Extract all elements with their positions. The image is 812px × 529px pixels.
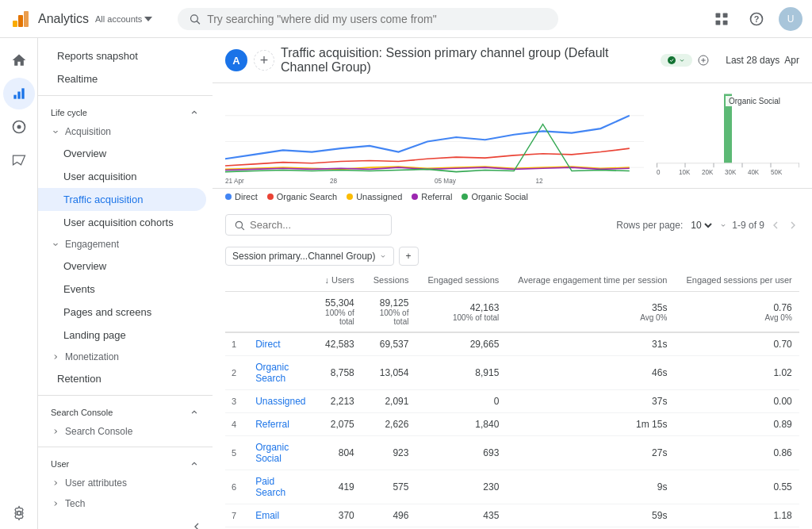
search-input[interactable] (207, 13, 547, 25)
lifecycle-section-label[interactable]: Life cycle (38, 101, 213, 121)
title-actions (661, 54, 710, 67)
legend-label-direct: Direct (235, 192, 258, 201)
help-icon: ? (749, 11, 764, 27)
sidebar-item-events[interactable]: Events (38, 278, 213, 301)
table-search-input[interactable] (250, 219, 383, 231)
arrow-right-tech-icon (51, 499, 60, 508)
sidebar-user-attributes-group[interactable]: User attributes (38, 473, 213, 493)
line-chart: 21 Apr 28 05 May 12 (225, 90, 644, 185)
table-search-box[interactable] (225, 214, 392, 236)
sidebar-search-console-group[interactable]: Search Console (38, 421, 213, 442)
row-num-6: 6 (225, 470, 246, 504)
next-page-icon[interactable] (787, 219, 799, 232)
col-header-avg-engagement[interactable]: Average engagement time per session (508, 269, 676, 292)
rows-per-page-select[interactable]: 10 25 50 (688, 219, 714, 232)
global-search-bar[interactable] (178, 8, 558, 30)
sidebar-tech-group[interactable]: Tech (38, 493, 213, 514)
sidebar-item-realtime[interactable]: Realtime (38, 67, 213, 90)
nav-reports-button[interactable] (3, 78, 35, 109)
nav-settings-button[interactable] (3, 497, 35, 529)
row-channel-6[interactable]: Paid Search (246, 470, 315, 504)
nav-advertising-button[interactable] (3, 144, 35, 176)
svg-text:05 May: 05 May (435, 176, 456, 185)
row-channel-3[interactable]: Unassigned (246, 390, 315, 413)
nav-home-button[interactable] (3, 44, 35, 76)
date-range-suffix: Apr (784, 55, 799, 66)
row-channel-4[interactable]: Referral (246, 413, 315, 436)
sidebar-item-reports-snapshot[interactable]: Reports snapshot (38, 44, 213, 67)
table-toolbar: Rows per page: 10 25 50 1-9 of 9 (225, 208, 799, 242)
svg-rect-6 (723, 13, 728, 17)
total-users-pct: 100% of total (325, 309, 354, 326)
sidebar-item-user-acquisition[interactable]: User acquisition (38, 165, 213, 188)
sidebar-item-pages-screens[interactable]: Pages and screens (38, 301, 213, 324)
sidebar-item-eng-overview[interactable]: Overview (38, 255, 213, 278)
legend-dot-direct (225, 194, 232, 200)
row-channel-5[interactable]: Organic Social (246, 436, 315, 470)
main-content: A + Traffic acquisition: Session primary… (213, 38, 812, 529)
sidebar-item-overview[interactable]: Overview (38, 142, 213, 165)
row-engaged-6: 230 (418, 470, 508, 504)
row-num-1: 1 (225, 332, 246, 356)
sidebar-item-user-acquisition-cohorts[interactable]: User acquisition cohorts (38, 211, 213, 234)
rows-per-page-control: Rows per page: 10 25 50 1-9 of 9 (616, 219, 799, 232)
row-users-3: 2,213 (316, 390, 364, 413)
table-row: 7 Email 370 496 435 59s 1.18 (225, 504, 799, 527)
row-channel-2[interactable]: Organic Search (246, 356, 315, 390)
explore-icon (11, 119, 27, 135)
row-engaged-1: 29,665 (418, 332, 508, 356)
sidebar-item-retention[interactable]: Retention (38, 367, 213, 390)
col-header-sessions[interactable]: Sessions (364, 269, 419, 292)
row-channel-7[interactable]: Email (246, 504, 315, 527)
row-sessions-2: 13,054 (364, 356, 419, 390)
sidebar-item-landing-page[interactable]: Landing page (38, 324, 213, 347)
nav-explore-button[interactable] (3, 111, 35, 143)
date-range-label: Last 28 days (726, 55, 779, 66)
svg-text:0: 0 (657, 168, 661, 176)
sidebar-engagement-group[interactable]: Engagement (38, 234, 213, 255)
sidebar-item-traffic-acquisition[interactable]: Traffic acquisition (38, 188, 206, 211)
sidebar-monetization-group[interactable]: Monetization (38, 347, 213, 367)
svg-point-17 (668, 56, 676, 64)
avatar[interactable]: U (779, 7, 802, 31)
dimension-filter-label: Session primary...Channel Group) (232, 251, 376, 262)
legend-label-referral: Referral (421, 192, 452, 201)
row-avg-time-7: 59s (508, 504, 676, 527)
table-row: 4 Referral 2,075 2,626 1,840 1m 15s 0.89 (225, 413, 799, 436)
add-dimension-button[interactable]: + (399, 247, 419, 266)
search-console-section-label[interactable]: Search Console (38, 401, 213, 421)
table-totals-row: 55,304 100% of total 89,125 100% of tota… (225, 292, 799, 333)
svg-rect-5 (716, 13, 721, 17)
select-arrow-icon (719, 221, 727, 229)
legend-dot-unassigned (347, 194, 353, 200)
col-header-num (225, 269, 246, 292)
col-header-users[interactable]: ↓ Users (316, 269, 364, 292)
svg-rect-8 (723, 20, 728, 25)
page-header: A + Traffic acquisition: Session primary… (213, 38, 812, 83)
collapse-sidebar-button[interactable] (38, 514, 213, 529)
col-header-eng-per-user[interactable]: Engaged sessions per user (676, 269, 799, 292)
dimension-filter-badge[interactable]: Session primary...Channel Group) (225, 247, 394, 266)
row-channel-1[interactable]: Direct (246, 332, 315, 356)
row-eng-per-user-3: 0.00 (676, 390, 799, 413)
total-avg-time-label: Avg 0% (518, 313, 667, 322)
prev-page-icon[interactable] (769, 219, 782, 232)
table-row: 3 Unassigned 2,213 2,091 0 37s 0.00 (225, 390, 799, 413)
col-header-engaged-sessions[interactable]: Engaged sessions (418, 269, 508, 292)
all-accounts-link[interactable]: All accounts (95, 14, 152, 24)
help-button[interactable]: ? (744, 6, 769, 32)
sidebar-acquisition-group[interactable]: Acquisition (38, 121, 213, 142)
header-actions: ? U (709, 6, 802, 32)
user-section-label[interactable]: User (38, 452, 213, 473)
table-row: 5 Organic Social 804 923 693 27s 0.86 (225, 436, 799, 470)
add-metric-icon[interactable] (697, 54, 710, 67)
svg-rect-0 (13, 21, 17, 27)
legend-organic-social: Organic Social (462, 192, 528, 201)
add-comparison-button[interactable]: + (254, 50, 274, 71)
chevron-down-status-icon (678, 56, 686, 64)
svg-text:40K: 40K (748, 168, 760, 176)
chart-legend: Direct Organic Search Unassigned Referra… (213, 189, 812, 208)
row-eng-per-user-6: 0.55 (676, 470, 799, 504)
row-eng-per-user-4: 0.89 (676, 413, 799, 436)
apps-button[interactable] (709, 6, 734, 32)
